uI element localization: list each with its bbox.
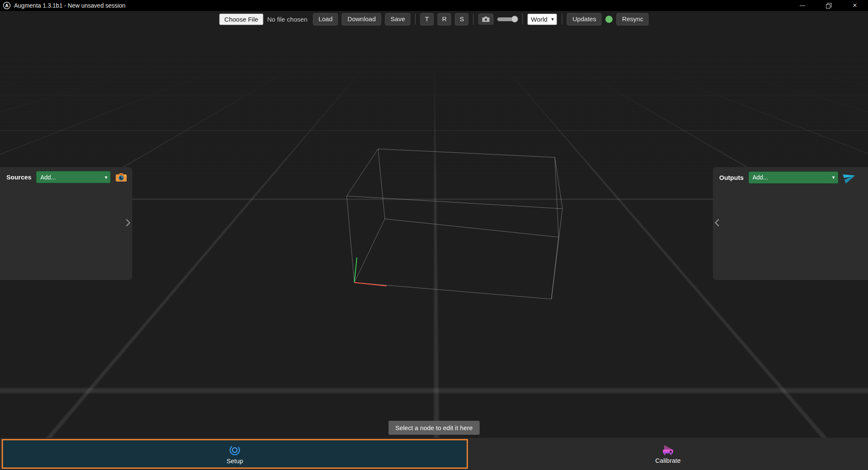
axis-x-red	[354, 283, 387, 286]
restore-icon	[826, 3, 832, 8]
space-select[interactable]: World	[528, 14, 557, 25]
translate-mode-button[interactable]: T	[420, 13, 434, 25]
toolbar-divider	[473, 14, 474, 25]
tab-calibrate[interactable]: Calibrate	[468, 438, 868, 470]
setup-tab-icon	[228, 444, 241, 456]
camera-view-button[interactable]	[479, 14, 494, 25]
chevron-left-icon	[713, 216, 721, 229]
calibrate-tab-label: Calibrate	[655, 457, 681, 464]
camera-icon	[115, 173, 127, 182]
svg-text:A: A	[5, 3, 8, 8]
sources-label: Sources	[6, 173, 31, 181]
updates-button[interactable]: Updates	[567, 13, 602, 25]
close-button[interactable]: ×	[842, 0, 868, 11]
load-button[interactable]: Load	[313, 13, 338, 25]
add-output-select[interactable]: Add...	[748, 171, 838, 184]
window-title: Augmenta 1.3.1b1 - New unsaved session	[14, 2, 125, 9]
camera-size-slider[interactable]	[498, 15, 518, 23]
outputs-label: Outputs	[719, 174, 744, 181]
sources-expand-chevron[interactable]	[124, 216, 132, 231]
scale-mode-button[interactable]: S	[455, 13, 469, 25]
calibrate-tab-icon	[661, 444, 675, 456]
file-status-text: No file chosen	[267, 16, 307, 23]
setup-tab-label: Setup	[226, 457, 243, 464]
minimize-icon	[800, 6, 805, 6]
send-output-button[interactable]	[843, 171, 856, 184]
app-logo-icon: A	[3, 2, 11, 9]
node-edit-hint: Select a node to edit it here	[389, 421, 480, 435]
resync-status-dot	[606, 16, 613, 23]
outputs-header: Outputs Add...	[713, 167, 868, 184]
sources-header: Sources Add...	[0, 167, 132, 183]
add-source-select[interactable]: Add...	[36, 171, 111, 183]
resync-button[interactable]: Resync	[617, 13, 649, 25]
save-button[interactable]: Save	[385, 13, 411, 25]
outputs-expand-chevron[interactable]	[713, 216, 721, 231]
tab-setup[interactable]: Setup	[2, 439, 468, 469]
app-window: A Augmenta 1.3.1b1 - New unsaved session…	[0, 0, 868, 470]
title-bar: A Augmenta 1.3.1b1 - New unsaved session…	[0, 0, 868, 11]
window-controls: ×	[789, 0, 868, 11]
main-toolbar: Choose File No file chosen Load Download…	[219, 13, 648, 25]
rotate-mode-button[interactable]: R	[437, 13, 451, 25]
bottom-tab-bar: Setup Calibrate	[0, 438, 868, 470]
outputs-panel: Outputs Add...	[713, 167, 868, 280]
camera-icon	[482, 16, 490, 22]
toolbar-divider	[415, 14, 416, 25]
choose-file-button[interactable]: Choose File	[219, 14, 263, 25]
axis-y-green	[354, 257, 357, 283]
toolbar-divider	[562, 14, 562, 25]
slider-knob[interactable]	[512, 16, 518, 22]
add-camera-source-button[interactable]	[115, 173, 127, 182]
paper-plane-icon	[841, 169, 857, 185]
toolbar-divider	[523, 14, 523, 25]
sources-panel: Sources Add...	[0, 167, 132, 280]
download-button[interactable]: Download	[342, 13, 381, 25]
minimize-button[interactable]	[789, 0, 815, 11]
maximize-button[interactable]	[815, 0, 842, 11]
chevron-right-icon	[124, 216, 132, 229]
